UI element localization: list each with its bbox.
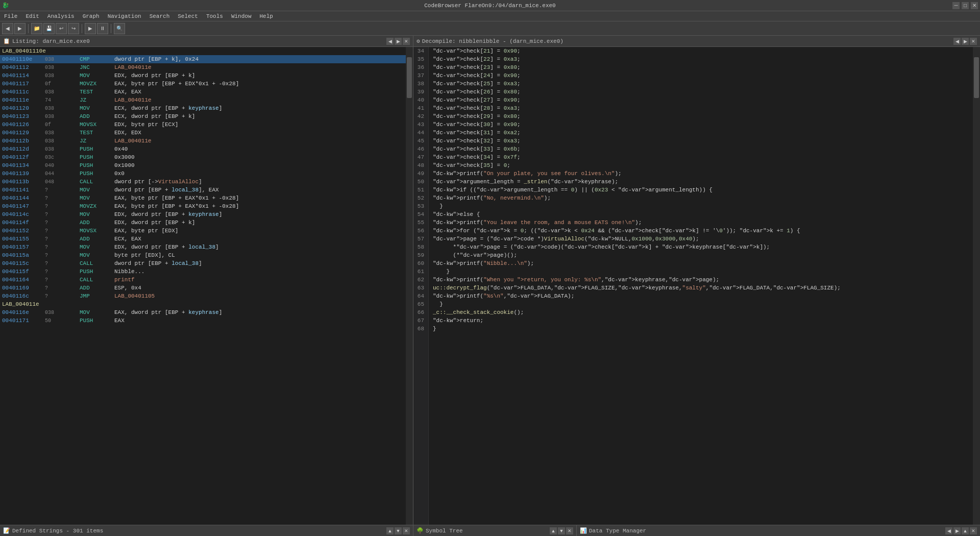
decompile-line[interactable]: "dc-var">check[34] = 0x7f;: [433, 153, 969, 161]
code-line[interactable]: 00401152?MOVSXEAX, byte ptr [EDX]: [0, 227, 406, 235]
decompile-line[interactable]: *"dc-var">page = ("dc-var">code)("dc-var…: [433, 243, 969, 251]
toolbar-btn-step[interactable]: ⏸: [97, 23, 108, 34]
toolbar-btn-search[interactable]: 🔍: [114, 23, 125, 34]
code-line[interactable]: 00401123038ADDECX, dword ptr [EBP + k]: [0, 112, 406, 120]
toolbar-nav-back[interactable]: ◀: [2, 23, 13, 34]
toolbar-btn-undo[interactable]: ↩: [56, 23, 67, 34]
decompile-line[interactable]: "dc-kw">printf("When you ">return, you o…: [433, 276, 969, 284]
decompile-line[interactable]: "dc-var">argument_length = _strlen("dc-v…: [433, 178, 969, 186]
code-line[interactable]: 00401144?MOVEAX, byte ptr [EBP + EAX*0x1…: [0, 194, 406, 202]
code-line[interactable]: 0040112d038PUSH0x40: [0, 145, 406, 153]
symbol-ctrl-1[interactable]: ▲: [550, 527, 557, 534]
decompile-line[interactable]: "dc-var">check[21] = 0x90;: [433, 47, 969, 55]
code-line[interactable]: 004011260fMOVSXEDX, byte ptr [ECX]: [0, 120, 406, 129]
code-line[interactable]: 0040117150PUSHEAX: [0, 316, 406, 325]
decompile-line[interactable]: "dc-var">check[30] = 0x90;: [433, 120, 969, 129]
decompile-line[interactable]: _c::__check_stack_cookie();: [433, 308, 969, 316]
decompile-line[interactable]: "dc-kw">printf("No, nevermind.\n");: [433, 194, 969, 202]
code-line[interactable]: 0040116c?JMPLAB_00401105: [0, 292, 406, 300]
code-line[interactable]: 0040112b038JZLAB_004011e: [0, 137, 406, 145]
decompile-line[interactable]: "dc-var">check[22] = 0xa3;: [433, 55, 969, 63]
code-line[interactable]: 00401169?ADDESP, 0x4: [0, 284, 406, 292]
code-line[interactable]: 0040116e038MOVEAX, dword ptr [EBP + keyp…: [0, 308, 406, 316]
toolbar-btn-analyze[interactable]: ▶: [85, 23, 96, 34]
code-line[interactable]: 0040114f?ADDEDX, dword ptr [EBP + k]: [0, 218, 406, 227]
decompile-line[interactable]: (*"dc-var">page)();: [433, 251, 969, 259]
decompile-line[interactable]: "dc-kw">printf("You leave the room, and …: [433, 218, 969, 227]
decompile-line[interactable]: "dc-kw">printf("%s\n","dc-var">FLAG_DATA…: [433, 292, 969, 300]
code-line[interactable]: 00401155?ADDECX, EAX: [0, 235, 406, 243]
menu-search[interactable]: Search: [145, 12, 174, 20]
decompile-line[interactable]: "dc-kw">printf("On your plate, you see f…: [433, 169, 969, 178]
maximize-button[interactable]: □: [962, 2, 969, 9]
code-line[interactable]: 00401141?MOVdword ptr [EBP + local_38], …: [0, 186, 406, 194]
dtype-nav-left[interactable]: ◀: [945, 527, 952, 534]
decompile-line[interactable]: uc::decrypt_flag("dc-var">FLAG_DATA,"dc-…: [433, 284, 969, 292]
code-line[interactable]: 00401134040PUSH0x1000: [0, 161, 406, 169]
decompile-line[interactable]: "dc-kw">if (("dc-var">argument_length ==…: [433, 186, 969, 194]
menu-help[interactable]: Help: [256, 12, 277, 20]
code-line[interactable]: 004011170fMOVZXEAX, byte ptr [EBP + EDX*…: [0, 80, 406, 88]
code-line[interactable]: 0040111e74JZLAB_004011e: [0, 96, 406, 104]
decompile-line[interactable]: }: [433, 202, 969, 210]
menu-window[interactable]: Window: [227, 12, 256, 20]
decompile-ctrl-2[interactable]: ▶: [962, 38, 969, 45]
decompile-line[interactable]: "dc-var">check[25] = 0xa3;: [433, 80, 969, 88]
code-line[interactable]: 0040113b048CALLdword ptr [->VirtualAlloc…: [0, 178, 406, 186]
listing-ctrl-1[interactable]: ◀: [386, 38, 394, 45]
decompile-line[interactable]: "dc-kw">else {: [433, 210, 969, 218]
symbol-ctrl-2[interactable]: ▼: [558, 527, 565, 534]
close-button[interactable]: ✕: [971, 2, 978, 9]
decompile-line[interactable]: "dc-kw">return;: [433, 316, 969, 325]
decompile-line[interactable]: "dc-var">check[35] = 0;: [433, 161, 969, 169]
code-line[interactable]: 00401112038JNCLAB_004011e: [0, 63, 406, 71]
decompile-line[interactable]: }: [433, 267, 969, 276]
decompile-line[interactable]: "dc-kw">printf("Nibble...\n");: [433, 259, 969, 267]
menu-edit[interactable]: Edit: [21, 12, 43, 20]
minimize-button[interactable]: ─: [952, 2, 960, 9]
decompile-line[interactable]: "dc-var">page = ("dc-var">code *)Virtual…: [433, 235, 969, 243]
code-line[interactable]: 0040115a?MOVbyte ptr [EDX], CL: [0, 251, 406, 259]
strings-ctrl-maximize[interactable]: ▲: [386, 527, 394, 534]
decompile-close[interactable]: ✕: [970, 38, 977, 45]
decompile-ctrl-1[interactable]: ◀: [953, 38, 961, 45]
decompile-line[interactable]: "dc-var">check[29] = 0x80;: [433, 112, 969, 120]
code-line[interactable]: 00401157?MOVEDX, dword ptr [EBP + local_…: [0, 243, 406, 251]
decompile-line[interactable]: }: [433, 300, 969, 308]
code-line[interactable]: 0040115c?CALLdword ptr [EBP + local_38]: [0, 259, 406, 267]
decompile-line[interactable]: "dc-var">check[24] = 0x90;: [433, 71, 969, 80]
code-line[interactable]: 0040111c038TESTEAX, EAX: [0, 88, 406, 96]
strings-ctrl-minimize[interactable]: ▼: [395, 527, 402, 534]
code-line[interactable]: 00401147?MOVZXEAX, byte ptr [EBP + EAX*0…: [0, 202, 406, 210]
decompile-line[interactable]: "dc-var">check[32] = 0xa3;: [433, 137, 969, 145]
listing-scrollbar[interactable]: [406, 47, 413, 525]
dtype-ctrl-1[interactable]: ▲: [962, 527, 969, 534]
decompile-line[interactable]: "dc-var">check[23] = 0x80;: [433, 63, 969, 71]
menu-analysis[interactable]: Analysis: [43, 12, 79, 20]
menu-navigation[interactable]: Navigation: [104, 12, 145, 20]
toolbar-btn-redo[interactable]: ↪: [68, 23, 79, 34]
decompile-line[interactable]: "dc-kw">for ("dc-var">k = 0; (("dc-var">…: [433, 227, 969, 235]
code-line[interactable]: 00401120038MOVECX, dword ptr [EBP + keyp…: [0, 104, 406, 112]
listing-ctrl-2[interactable]: ▶: [395, 38, 402, 45]
code-line[interactable]: 00401129038TESTEDX, EDX: [0, 129, 406, 137]
toolbar-btn-save[interactable]: 💾: [43, 23, 55, 34]
toolbar-nav-fwd[interactable]: ▶: [14, 23, 26, 34]
code-line[interactable]: 00401139044PUSH0x0: [0, 169, 406, 178]
listing-scroll[interactable]: LAB_00401110e00401110e038CMPdword ptr [E…: [0, 47, 406, 525]
decompile-line[interactable]: "dc-var">check[27] = 0x90;: [433, 96, 969, 104]
strings-close[interactable]: ✕: [403, 527, 410, 534]
menu-tools[interactable]: Tools: [202, 12, 227, 20]
menu-graph[interactable]: Graph: [79, 12, 104, 20]
decompile-scrollbar[interactable]: [973, 47, 980, 525]
decompile-line[interactable]: "dc-var">check[33] = 0x6b;: [433, 145, 969, 153]
code-line[interactable]: 00401110e038CMPdword ptr [EBP + k], 0x24: [0, 55, 406, 63]
decompile-code[interactable]: "dc-var">check[21] = 0x90; "dc-var">chec…: [429, 47, 973, 525]
code-line[interactable]: 0040112f03cPUSH0x3000: [0, 153, 406, 161]
code-line[interactable]: 0040114c?MOVEDX, dword ptr [EBP + keyphr…: [0, 210, 406, 218]
code-line[interactable]: 00401114038MOVEDX, dword ptr [EBP + k]: [0, 71, 406, 80]
decompile-line[interactable]: "dc-var">check[26] = 0x80;: [433, 88, 969, 96]
symbol-close[interactable]: ✕: [566, 527, 573, 534]
decompile-line[interactable]: }: [433, 325, 969, 333]
code-line[interactable]: 0040115f?PUSHNibble...: [0, 267, 406, 276]
